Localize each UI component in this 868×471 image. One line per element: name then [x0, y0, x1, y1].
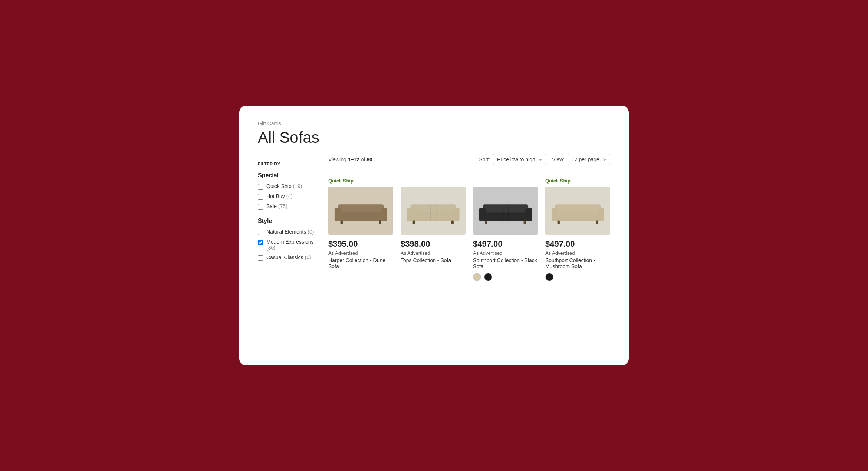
svg-rect-14: [412, 220, 415, 224]
product-card-2[interactable]: Quick Ship $497.00As AdvertisedSouthport…: [473, 178, 538, 281]
color-swatches-2: [473, 273, 538, 281]
svg-rect-32: [552, 208, 558, 221]
sidebar: FILTER BY SpecialQuick Ship (19)Hot Buy …: [258, 154, 317, 281]
swatch-3-0[interactable]: [545, 273, 553, 281]
svg-rect-5: [379, 220, 381, 224]
svg-rect-2: [335, 208, 341, 221]
product-price-2: $497.00: [473, 239, 538, 249]
svg-rect-3: [381, 208, 387, 221]
filter-item-0-0[interactable]: Quick Ship (19): [258, 183, 317, 190]
swatch-2-1[interactable]: [484, 273, 492, 281]
filter-label-0-1: Hot Buy (4): [266, 193, 293, 199]
product-name-0: Harper Collection - Dune Sofa: [328, 257, 393, 269]
quick-ship-badge-0: Quick Ship: [328, 178, 393, 184]
filter-section-title-1: Style: [258, 218, 317, 224]
filter-item-1-2[interactable]: Casual Classics (0): [258, 254, 317, 261]
filter-item-0-2[interactable]: Sale (75): [258, 203, 317, 210]
filter-label-1-1: Modern Expressions (80): [266, 239, 317, 251]
product-header: Viewing 1–12 of 80 Sort: Price low to hi…: [328, 154, 610, 165]
filter-item-1-1[interactable]: Modern Expressions (80): [258, 239, 317, 251]
svg-rect-34: [557, 220, 559, 224]
sort-select[interactable]: Price low to highPrice high to lowNewest…: [493, 154, 546, 165]
filter-checkbox-0-0[interactable]: [258, 184, 263, 190]
sort-label: Sort:: [479, 157, 490, 162]
product-price-1: $398.00: [401, 239, 466, 249]
view-select[interactable]: 12 per page24 per page48 per page: [568, 154, 610, 165]
product-price-3: $497.00: [545, 239, 610, 249]
product-image-1[interactable]: [401, 187, 466, 235]
product-grid: Quick Ship $395.00As AdvertisedHarper Co…: [328, 172, 610, 281]
filter-checkbox-0-1[interactable]: [258, 194, 263, 200]
svg-rect-33: [598, 208, 604, 221]
filter-label-1-0: Natural Elements (0): [266, 229, 314, 235]
filter-checkbox-1-2[interactable]: [258, 255, 263, 261]
svg-rect-25: [523, 220, 526, 224]
view-label: View:: [552, 157, 565, 162]
filter-checkbox-1-0[interactable]: [258, 230, 263, 235]
page-title: All Sofas: [258, 129, 610, 146]
svg-rect-24: [485, 220, 487, 224]
breadcrumb[interactable]: Gift Cards: [258, 121, 610, 126]
view-group: View: 12 per page24 per page48 per page: [552, 154, 610, 165]
product-name-1: Tops Collection - Sofa: [401, 257, 466, 263]
filter-checkbox-0-2[interactable]: [258, 204, 263, 210]
filter-section-1: StyleNatural Elements (0)Modern Expressi…: [258, 218, 317, 261]
svg-rect-12: [407, 208, 413, 221]
svg-rect-31: [555, 204, 601, 214]
product-advertised-2: As Advertised: [473, 250, 538, 256]
product-image-3[interactable]: [545, 187, 610, 235]
filter-checkbox-1-1[interactable]: [258, 240, 263, 245]
product-image-0[interactable]: [328, 187, 393, 235]
product-name-3: Southport Collection - Mushroom Sofa: [545, 257, 610, 269]
svg-rect-4: [340, 220, 342, 224]
product-card-0[interactable]: Quick Ship $395.00As AdvertisedHarper Co…: [328, 178, 393, 281]
color-swatches-3: [545, 273, 610, 281]
content-area: FILTER BY SpecialQuick Ship (19)Hot Buy …: [258, 154, 610, 281]
product-advertised-1: As Advertised: [401, 250, 466, 256]
filter-by-label: FILTER BY: [258, 162, 317, 166]
svg-rect-22: [479, 208, 486, 221]
viewing-text: Viewing 1–12 of 80: [328, 157, 372, 162]
filter-item-1-0[interactable]: Natural Elements (0): [258, 229, 317, 235]
sort-group: Sort: Price low to highPrice high to low…: [479, 154, 546, 165]
filter-label-0-2: Sale (75): [266, 203, 287, 209]
product-area: Viewing 1–12 of 80 Sort: Price low to hi…: [328, 154, 610, 281]
quick-ship-badge-3: Quick Ship: [545, 178, 610, 184]
svg-rect-13: [453, 208, 459, 221]
product-card-1[interactable]: Quick Ship $398.00As AdvertisedTops Coll…: [401, 178, 466, 281]
filter-section-0: SpecialQuick Ship (19)Hot Buy (4)Sale (7…: [258, 172, 317, 210]
main-card: Gift Cards All Sofas FILTER BY SpecialQu…: [239, 106, 629, 365]
sort-view-area: Sort: Price low to highPrice high to low…: [479, 154, 610, 165]
product-advertised-0: As Advertised: [328, 250, 393, 256]
sidebar-sections: SpecialQuick Ship (19)Hot Buy (4)Sale (7…: [258, 172, 317, 261]
product-name-2: Southport Collection - Black Sofa: [473, 257, 538, 269]
filter-section-title-0: Special: [258, 172, 317, 179]
filter-item-0-1[interactable]: Hot Buy (4): [258, 193, 317, 200]
product-image-2[interactable]: [473, 187, 538, 235]
product-price-0: $395.00: [328, 239, 393, 249]
product-advertised-3: As Advertised: [545, 250, 610, 256]
filter-label-1-2: Casual Classics (0): [266, 254, 311, 260]
svg-rect-23: [525, 208, 532, 221]
svg-rect-1: [338, 204, 384, 214]
swatch-2-0[interactable]: [473, 273, 481, 281]
svg-rect-21: [483, 204, 528, 214]
svg-rect-35: [596, 220, 598, 224]
svg-rect-15: [451, 220, 453, 224]
product-card-3[interactable]: Quick Ship $497.00As AdvertisedSouthport…: [545, 178, 610, 281]
svg-rect-11: [410, 204, 456, 214]
filter-label-0-0: Quick Ship (19): [266, 183, 302, 189]
